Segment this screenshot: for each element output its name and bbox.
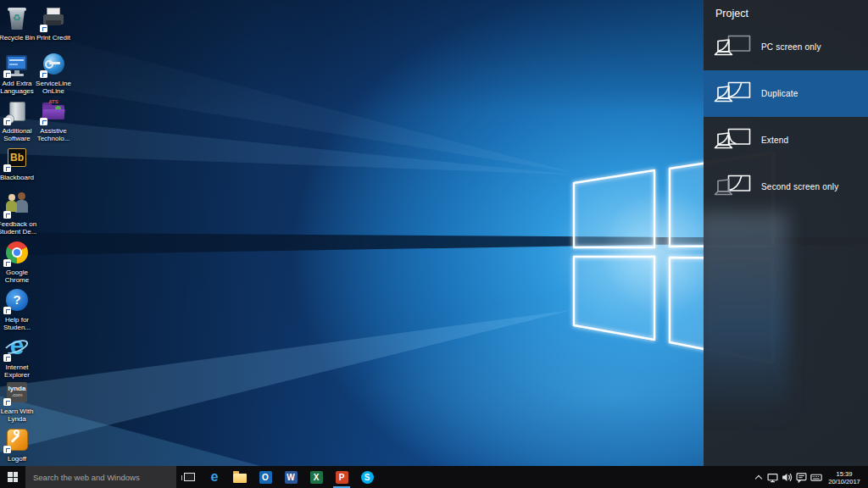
project-option-pc-screen-only[interactable]: PC screen only xyxy=(704,24,868,70)
taskbar-app-excel[interactable]: X xyxy=(303,466,329,488)
shortcut-arrow-overlay xyxy=(3,446,11,453)
icon-label: ServiceLine OnLine xyxy=(30,80,77,95)
shortcut-arrow-overlay xyxy=(40,118,47,125)
pc-screen-only-icon xyxy=(714,35,753,60)
desktop-icon-help-for-students[interactable]: ? Help for Studen... xyxy=(0,287,41,331)
outlook-icon: O xyxy=(259,471,272,484)
second-screen-only-icon xyxy=(714,175,753,200)
key-icon xyxy=(3,426,31,453)
lynda-icon: lynda .com xyxy=(3,379,31,406)
clock-time: 15:39 xyxy=(823,470,865,478)
icon-label: Blackboard xyxy=(0,174,41,181)
option-label: Second screen only xyxy=(761,182,838,191)
project-option-extend[interactable]: Extend xyxy=(704,117,868,164)
task-view-button[interactable] xyxy=(176,466,202,488)
option-label: PC screen only xyxy=(761,42,821,52)
word-icon: W xyxy=(285,471,298,484)
icon-label: Print Credit xyxy=(30,34,77,42)
taskbar-app-edge[interactable]: e xyxy=(202,466,227,488)
taskbar-app-file-explorer[interactable] xyxy=(227,466,253,488)
touch-keyboard-tray-button[interactable] xyxy=(809,466,823,488)
project-options-list: PC screen only Duplicate xyxy=(704,24,868,210)
shortcut-arrow-overlay xyxy=(40,70,47,78)
desktop-icon-serviceline-online[interactable]: ServiceLine OnLine xyxy=(30,51,77,95)
clock-date: 20/10/2017 xyxy=(823,478,865,485)
desktop-icon-logoff[interactable]: Logoff xyxy=(0,426,41,463)
taskbar-search-input[interactable] xyxy=(25,466,176,488)
speaker-icon xyxy=(782,472,793,483)
desktop-icon-google-chrome[interactable]: Google Chrome xyxy=(0,240,41,284)
project-panel-title: Project xyxy=(704,0,868,24)
taskbar-app-powerpoint[interactable]: P xyxy=(329,466,354,488)
icon-label: Assistive Technolo... xyxy=(30,127,77,142)
project-option-second-screen-only[interactable]: Second screen only xyxy=(704,164,868,210)
printer-icon xyxy=(40,5,67,32)
recycle-bin-icon: ♻ xyxy=(3,5,31,32)
edge-icon: e xyxy=(211,470,219,484)
taskbar-clock[interactable]: 15:39 20/10/2017 xyxy=(823,469,865,485)
taskbar-app-word[interactable]: W xyxy=(278,466,303,488)
powerpoint-icon: P xyxy=(336,471,348,484)
excel-icon: X xyxy=(310,471,323,484)
shortcut-arrow-overlay xyxy=(3,211,11,219)
windows-desktop-screen: ♻ Recycle Bin Print Credit Add Extra Lan… xyxy=(0,0,868,488)
desktop-icon-print-credit[interactable]: Print Credit xyxy=(30,5,77,42)
icon-label: Feedback on Student De... xyxy=(0,220,41,236)
taskbar-app-outlook[interactable]: O xyxy=(253,466,278,488)
taskbar-app-skype[interactable]: S xyxy=(354,466,380,488)
icon-label: Logoff xyxy=(0,455,41,463)
shortcut-arrow-overlay xyxy=(3,259,11,267)
network-icon xyxy=(767,472,778,483)
chevron-up-icon xyxy=(754,474,761,481)
folder-icon xyxy=(233,474,247,483)
shortcut-arrow-overlay xyxy=(3,164,11,172)
people-icon xyxy=(3,191,31,219)
volume-tray-button[interactable] xyxy=(780,466,794,488)
desktop-icon-assistive-technologies[interactable]: ATS Assistive Technolo... xyxy=(30,98,77,142)
task-view-icon xyxy=(184,473,195,481)
shortcut-arrow-overlay xyxy=(3,354,11,362)
skype-icon: S xyxy=(361,471,374,484)
shortcut-arrow-overlay xyxy=(3,70,11,78)
lynda-icon-text: lynda xyxy=(7,385,27,392)
start-button[interactable] xyxy=(0,466,25,488)
panel-blur-backdrop xyxy=(704,212,788,415)
question-mark-icon: ? xyxy=(3,287,31,314)
ats-icon-text: ATS xyxy=(40,99,67,104)
windows-logo-icon xyxy=(8,472,18,482)
option-label: Extend xyxy=(761,136,788,145)
icon-label: Help for Studen... xyxy=(0,316,41,331)
internet-explorer-icon: e xyxy=(3,335,31,362)
desktop-icon-internet-explorer[interactable]: e Internet Explorer xyxy=(0,335,41,379)
shortcut-arrow-overlay xyxy=(3,398,11,406)
lynda-icon-text: .com xyxy=(7,392,27,398)
blackboard-icon: Bb xyxy=(3,145,31,172)
monitor-icon xyxy=(3,51,31,78)
globe-key-icon xyxy=(40,51,67,78)
option-label: Duplicate xyxy=(761,89,798,98)
shortcut-arrow-overlay xyxy=(40,25,47,32)
project-flyout-panel: Project PC screen only xyxy=(704,0,868,466)
feedback-tray-button[interactable] xyxy=(794,466,809,488)
chrome-icon xyxy=(3,240,31,267)
icon-label: Internet Explorer xyxy=(0,363,41,379)
desktop-icon-blackboard[interactable]: Bb Blackboard xyxy=(0,145,41,181)
system-tray: 15:39 20/10/2017 xyxy=(751,466,868,488)
comment-icon xyxy=(796,472,807,483)
show-hidden-icons-button[interactable] xyxy=(751,466,765,488)
network-tray-button[interactable] xyxy=(765,466,780,488)
icon-label: Google Chrome xyxy=(0,269,41,284)
desktop-icon-feedback-student[interactable]: Feedback on Student De... xyxy=(0,191,41,236)
taskbar: e O W X P S xyxy=(0,466,868,488)
desktop-icon-lynda[interactable]: lynda .com Learn With Lynda xyxy=(0,379,41,423)
shortcut-arrow-overlay xyxy=(3,118,11,125)
duplicate-icon xyxy=(714,81,753,107)
icon-label: Learn With Lynda xyxy=(0,408,41,423)
desktop-icon-area: ♻ Recycle Bin Print Credit Add Extra Lan… xyxy=(0,0,704,466)
purple-folder-icon: ATS xyxy=(40,98,67,125)
software-box-icon xyxy=(3,98,31,125)
project-option-duplicate[interactable]: Duplicate xyxy=(704,70,868,117)
extend-icon xyxy=(714,128,753,153)
keyboard-icon xyxy=(810,472,822,483)
shortcut-arrow-overlay xyxy=(3,307,11,314)
